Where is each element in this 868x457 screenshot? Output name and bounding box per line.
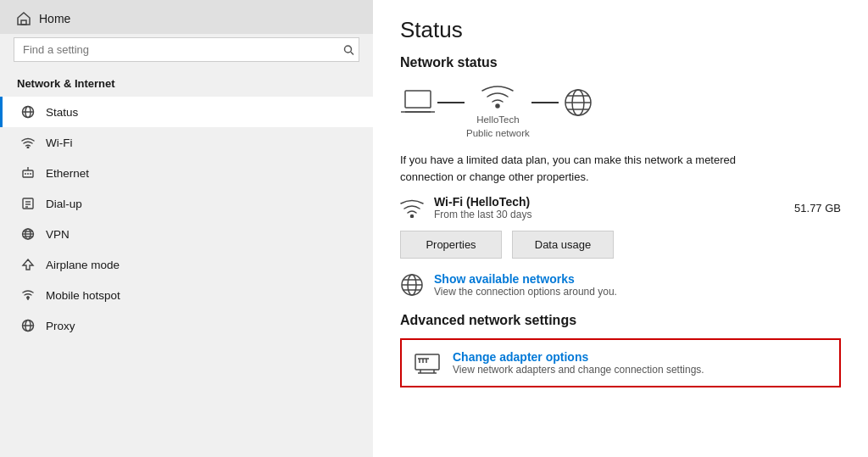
sidebar-item-airplane[interactable]: Airplane mode	[0, 249, 373, 280]
change-adapter-sub: View network adapters and change connect…	[453, 364, 704, 376]
search-button[interactable]	[343, 44, 354, 55]
ethernet-icon	[20, 165, 36, 181]
wifi-data-usage: 51.77 GB	[794, 202, 841, 215]
sidebar-item-dialup-label: Dial-up	[46, 198, 82, 210]
line-1	[437, 102, 465, 103]
data-usage-button[interactable]: Data usage	[512, 231, 614, 259]
globe-icon	[20, 104, 36, 120]
advanced-title: Advanced network settings	[400, 313, 841, 328]
svg-point-29	[496, 104, 499, 108]
show-networks-text: Show available networks View the connect…	[434, 272, 617, 298]
sidebar-item-home[interactable]: Home	[0, 0, 373, 34]
wifi-sub: From the last 30 days	[434, 209, 784, 220]
svg-point-35	[411, 215, 414, 218]
svg-point-21	[27, 297, 29, 298]
networks-icon	[400, 273, 424, 297]
line-2	[531, 102, 559, 103]
home-label: Home	[39, 12, 70, 25]
globe-diagram-icon	[560, 88, 596, 134]
wifi-name: Wi-Fi (HelloTech)	[434, 195, 784, 209]
dialup-icon	[20, 196, 36, 211]
show-networks-sub: View the connection options around you.	[434, 286, 617, 298]
home-icon	[17, 12, 31, 25]
sidebar-item-status-label: Status	[46, 106, 78, 119]
proxy-globe-icon	[20, 318, 36, 333]
sidebar-item-proxy-label: Proxy	[46, 320, 75, 332]
wifi-status-icon	[400, 198, 424, 218]
change-adapter-box[interactable]: Change adapter options View network adap…	[400, 338, 841, 387]
vpn-icon	[20, 226, 36, 242]
svg-rect-41	[415, 354, 439, 370]
change-adapter-title[interactable]: Change adapter options	[453, 350, 704, 364]
sidebar: Home Network & Internet Status	[0, 0, 373, 457]
search-box	[14, 37, 359, 62]
sidebar-item-hotspot-label: Mobile hotspot	[46, 289, 120, 302]
wifi-diagram-icon: HelloTech Public network	[466, 82, 530, 140]
sidebar-item-proxy[interactable]: Proxy	[0, 310, 373, 341]
sidebar-item-ethernet[interactable]: Ethernet	[0, 158, 373, 188]
network-diagram: HelloTech Public network	[400, 82, 841, 140]
show-networks-row: Show available networks View the connect…	[400, 272, 841, 298]
sidebar-item-airplane-label: Airplane mode	[46, 259, 120, 271]
wifi-row: Wi-Fi (HelloTech) From the last 30 days …	[400, 195, 841, 220]
search-input[interactable]	[14, 37, 359, 62]
laptop-diagram-icon	[400, 88, 436, 134]
wifi-icon	[20, 135, 36, 150]
network-name-label: HelloTech Public network	[466, 113, 530, 140]
sidebar-item-wifi[interactable]: Wi-Fi	[0, 127, 373, 158]
properties-button[interactable]: Properties	[400, 231, 502, 259]
show-networks-title[interactable]: Show available networks	[434, 272, 617, 286]
hotspot-icon	[20, 287, 36, 303]
adapter-icon	[414, 351, 441, 375]
svg-rect-0	[21, 20, 26, 25]
svg-point-1	[345, 46, 352, 53]
page-title: Status	[400, 17, 841, 43]
sidebar-item-dialup[interactable]: Dial-up	[0, 188, 373, 219]
sidebar-item-hotspot[interactable]: Mobile hotspot	[0, 280, 373, 310]
wifi-info: Wi-Fi (HelloTech) From the last 30 days	[434, 195, 784, 220]
airplane-icon	[20, 257, 36, 272]
sidebar-item-status[interactable]: Status	[0, 97, 373, 127]
sidebar-section-title: Network & Internet	[0, 72, 373, 97]
sidebar-item-ethernet-label: Ethernet	[46, 167, 89, 180]
btn-row: Properties Data usage	[400, 231, 841, 259]
sidebar-item-vpn-label: VPN	[46, 228, 70, 241]
change-adapter-text: Change adapter options View network adap…	[453, 350, 704, 376]
main-content: Status Network status HelloTech Publi	[373, 0, 868, 457]
network-status-title: Network status	[400, 55, 841, 70]
svg-point-6	[27, 147, 29, 148]
metered-text: If you have a limited data plan, you can…	[400, 152, 773, 185]
svg-rect-26	[405, 91, 431, 108]
sidebar-item-vpn[interactable]: VPN	[0, 219, 373, 249]
sidebar-item-wifi-label: Wi-Fi	[46, 137, 72, 149]
svg-line-2	[351, 52, 353, 54]
